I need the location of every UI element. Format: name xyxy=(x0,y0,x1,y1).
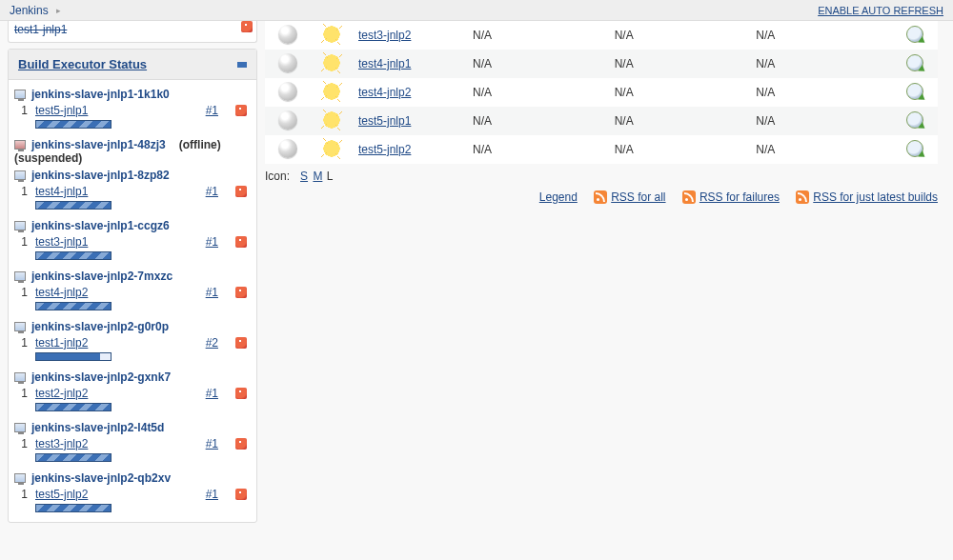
computer-icon xyxy=(14,140,26,150)
job-link[interactable]: test4-jnlp2 xyxy=(35,286,88,299)
progress-bar[interactable] xyxy=(35,453,112,462)
job-name-link[interactable]: test4-jnlp1 xyxy=(358,57,411,70)
node-link[interactable]: jenkins-slave-jnlp2-7mxzc xyxy=(31,270,172,283)
last-failure: N/A xyxy=(609,107,751,135)
schedule-build-icon[interactable] xyxy=(906,111,923,129)
job-link[interactable]: test2-jnlp2 xyxy=(35,387,88,400)
computer-icon xyxy=(14,473,26,483)
last-success: N/A xyxy=(467,107,609,135)
cancel-icon[interactable] xyxy=(235,105,247,116)
progress-bar[interactable] xyxy=(35,403,112,411)
breadcrumb-root[interactable]: Jenkins xyxy=(10,4,49,17)
job-name-link[interactable]: test5-jnlp1 xyxy=(358,114,411,128)
schedule-build-icon[interactable] xyxy=(906,83,923,100)
build-executor-title[interactable]: Build Executor Status xyxy=(18,57,147,71)
enable-auto-refresh-link[interactable]: ENABLE AUTO REFRESH xyxy=(818,5,943,16)
cancel-icon[interactable] xyxy=(235,337,247,349)
job-name-link[interactable]: test4-jnlp2 xyxy=(358,86,411,99)
node-link[interactable]: jenkins-slave-jnlp2-gxnk7 xyxy=(31,370,171,384)
cancel-icon[interactable] xyxy=(241,21,253,32)
executor-node: jenkins-slave-jnlp2-l4t5d1test3-jnlp2#1 xyxy=(14,417,251,468)
node-link[interactable]: jenkins-slave-jnlp1-8zp82 xyxy=(31,169,170,182)
executor-row: 1test5-jnlp2#1 xyxy=(14,485,251,518)
icon-size-l: L xyxy=(327,170,334,183)
build-number-link[interactable]: #1 xyxy=(206,104,218,117)
cancel-icon[interactable] xyxy=(235,438,247,450)
job-link[interactable]: test4-jnlp1 xyxy=(35,185,88,198)
executor-row: 1test5-jnlp1#1 xyxy=(14,101,251,134)
build-number-link[interactable]: #1 xyxy=(206,286,218,299)
last-success: N/A xyxy=(467,21,609,50)
job-link[interactable]: test1-jnlp2 xyxy=(35,336,88,350)
breadcrumb-bar: Jenkins ▸ ENABLE AUTO REFRESH xyxy=(0,0,953,21)
job-link[interactable]: test3-jnlp2 xyxy=(35,437,88,450)
schedule-build-icon[interactable] xyxy=(906,54,923,71)
progress-bar[interactable] xyxy=(35,201,112,210)
job-link[interactable]: test1-jnlp1 xyxy=(14,23,67,36)
job-link[interactable]: test5-jnlp1 xyxy=(35,104,88,117)
table-row: test5-jnlp2N/AN/AN/A xyxy=(265,135,938,164)
rss-failures-link[interactable]: RSS for failures xyxy=(682,190,780,204)
executor-node: jenkins-slave-jnlp1-48zj3(offline)(suspe… xyxy=(14,134,251,165)
icon-size-m[interactable]: M xyxy=(313,170,322,183)
cancel-icon[interactable] xyxy=(235,186,247,197)
executor-node: jenkins-slave-jnlp2-qb2xv1test5-jnlp2#1 xyxy=(14,468,251,518)
status-ball-icon xyxy=(278,82,297,101)
status-ball-icon xyxy=(278,25,297,44)
icon-size-label: Icon: xyxy=(265,170,290,183)
build-number-link[interactable]: #1 xyxy=(206,235,218,249)
progress-bar[interactable] xyxy=(35,352,112,361)
executor-row: 1test1-jnlp2#2 xyxy=(14,333,251,367)
node-link[interactable]: jenkins-slave-jnlp1-48zj3 xyxy=(31,138,166,151)
progress-bar[interactable] xyxy=(35,302,112,310)
executor-number: 1 xyxy=(14,104,28,117)
last-duration: N/A xyxy=(750,135,892,164)
rss-latest-link[interactable]: RSS for just latest builds xyxy=(796,190,938,204)
cancel-icon[interactable] xyxy=(235,388,247,399)
node-link[interactable]: jenkins-slave-jnlp2-qb2xv xyxy=(31,471,171,485)
cancel-icon[interactable] xyxy=(235,287,247,298)
rss-all-link[interactable]: RSS for all xyxy=(594,190,665,204)
computer-icon xyxy=(14,372,26,382)
executor-node: jenkins-slave-jnlp2-gxnk71test2-jnlp2#1 xyxy=(14,367,251,417)
node-link[interactable]: jenkins-slave-jnlp2-l4t5d xyxy=(31,421,164,434)
computer-icon xyxy=(14,271,26,281)
build-number-link[interactable]: #1 xyxy=(206,185,218,198)
job-name-link[interactable]: test3-jnlp2 xyxy=(358,29,411,42)
executor-node: jenkins-slave-jnlp1-8zp821test4-jnlp1#1 xyxy=(14,165,251,215)
table-row: test5-jnlp1N/AN/AN/A xyxy=(265,107,938,135)
schedule-build-icon[interactable] xyxy=(906,26,923,43)
computer-icon xyxy=(14,221,26,230)
legend-link[interactable]: Legend xyxy=(539,190,578,204)
node-link[interactable]: jenkins-slave-jnlp1-ccgz6 xyxy=(31,219,170,232)
weather-sun-icon xyxy=(321,110,342,130)
progress-bar[interactable] xyxy=(35,504,112,512)
build-number-link[interactable]: #1 xyxy=(206,488,218,501)
build-number-link[interactable]: #2 xyxy=(206,336,218,350)
last-duration: N/A xyxy=(750,21,892,50)
build-number-link[interactable]: #1 xyxy=(206,387,218,400)
progress-bar[interactable] xyxy=(35,251,112,260)
job-link[interactable]: test3-jnlp1 xyxy=(35,235,88,249)
status-ball-icon xyxy=(278,53,297,72)
job-name-link[interactable]: test5-jnlp2 xyxy=(358,143,411,156)
node-link[interactable]: jenkins-slave-jnlp1-1k1k0 xyxy=(31,88,170,101)
table-row: test4-jnlp2N/AN/AN/A xyxy=(265,78,938,107)
collapse-icon[interactable] xyxy=(237,62,247,68)
build-number-link[interactable]: #1 xyxy=(206,437,218,450)
executor-node: jenkins-slave-jnlp1-1k1k01test5-jnlp1#1 xyxy=(14,84,251,134)
job-link[interactable]: test5-jnlp2 xyxy=(35,488,88,501)
executor-node: jenkins-slave-jnlp2-g0r0p1test1-jnlp2#2 xyxy=(14,316,251,367)
weather-sun-icon xyxy=(321,138,342,159)
schedule-build-icon[interactable] xyxy=(906,140,923,157)
progress-bar[interactable] xyxy=(35,120,112,129)
cancel-icon[interactable] xyxy=(235,236,247,248)
executor-number: 1 xyxy=(14,185,28,198)
node-link[interactable]: jenkins-slave-jnlp2-g0r0p xyxy=(31,320,169,333)
cancel-icon[interactable] xyxy=(235,489,247,500)
icon-size-s[interactable]: S xyxy=(300,170,308,183)
executor-number: 1 xyxy=(14,488,28,501)
weather-sun-icon xyxy=(321,52,342,73)
last-success: N/A xyxy=(467,50,609,78)
executor-number: 1 xyxy=(14,437,28,450)
